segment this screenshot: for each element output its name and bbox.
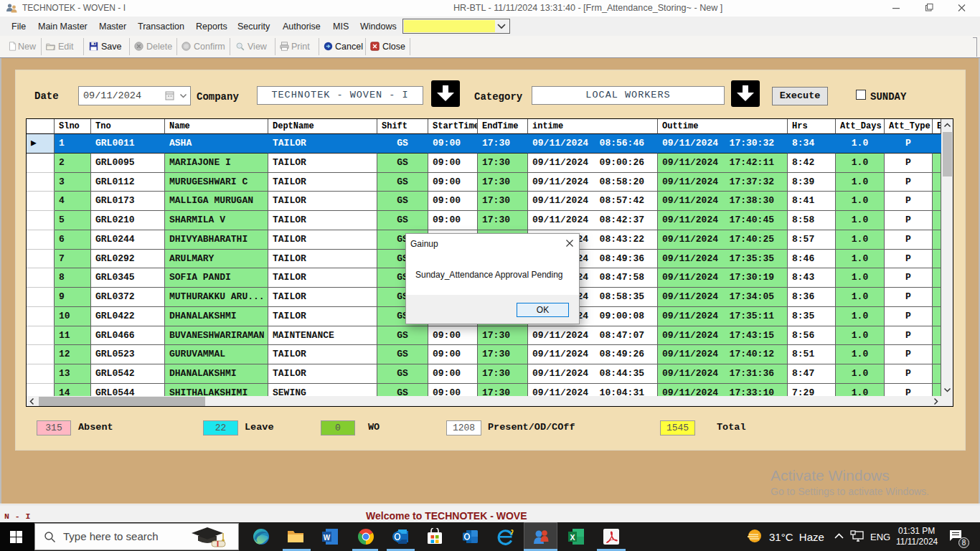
svg-text:X: X <box>570 533 575 542</box>
svg-text:W: W <box>324 534 331 542</box>
